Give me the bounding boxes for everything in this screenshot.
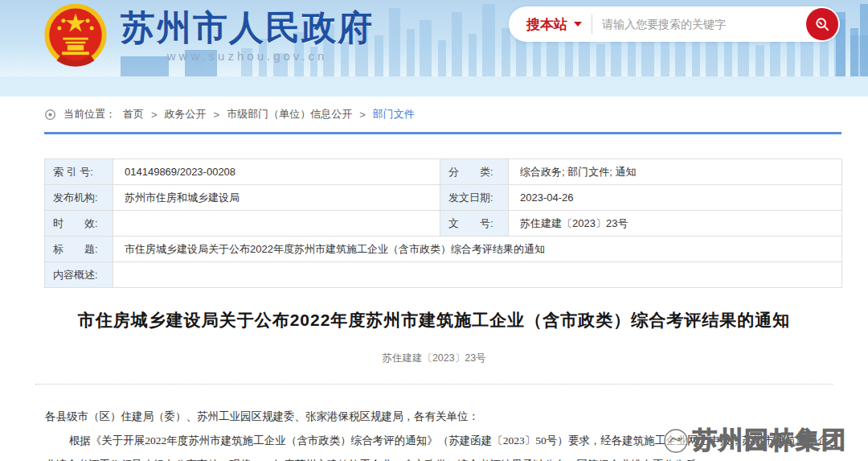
breadcrumb-item-home[interactable]: 首页 (123, 107, 144, 121)
meta-label-docno: 文 号: (440, 211, 509, 237)
search-scope-label: 搜本站 (526, 15, 567, 34)
search-input[interactable] (602, 18, 806, 31)
search-icon (814, 16, 830, 32)
meta-value-docno: 苏住建建〔2023〕23号 (509, 211, 842, 237)
breadcrumb-item-gov-info[interactable]: 政务公开 (165, 107, 207, 121)
search-scope-dropdown[interactable]: 搜本站 (509, 15, 582, 34)
breadcrumb-item-department-files[interactable]: 部门文件 (373, 107, 415, 121)
caret-down-icon (574, 22, 582, 27)
site-logo-block: 苏州市人民政府 www.suzhou.gov.cn (42, 1, 374, 70)
meta-label-title: 标 题: (45, 237, 113, 262)
meta-value-category: 综合政务; 部门文件; 通知 (509, 159, 842, 185)
search-bar: 搜本站 (509, 6, 840, 42)
meta-value-agency: 苏州市住房和城乡建设局 (113, 185, 440, 211)
site-title: 苏州市人民政府 (121, 8, 374, 47)
breadcrumb-divider (44, 132, 841, 134)
meta-value-summary (113, 262, 842, 288)
article-body: 各县级市（区）住建局（委）、苏州工业园区规建委、张家港保税区规建局，各有关单位：… (45, 405, 837, 461)
search-button[interactable] (806, 8, 838, 40)
site-title-wrap: 苏州市人民政府 www.suzhou.gov.cn (121, 1, 374, 63)
national-emblem-icon (42, 2, 109, 70)
breadcrumb-item-department-disclosure[interactable]: 市级部门（单位）信息公开 (227, 107, 352, 121)
site-url: www.suzhou.gov.cn (121, 49, 374, 63)
article-paragraph: 根据《关于开展2022年度苏州市建筑施工企业（含市政类）综合考评的通知》（苏建函… (45, 429, 837, 461)
breadcrumb: 当前位置： 首页 > 政务公开 > 市级部门（单位）信息公开 > 部门文件 (0, 97, 868, 132)
meta-value-date: 2023-04-26 (509, 185, 842, 211)
page: 苏州市人民政府 www.suzhou.gov.cn 搜本站 (0, 0, 868, 461)
site-header: 苏州市人民政府 www.suzhou.gov.cn 搜本站 (0, 0, 868, 97)
article-salutation: 各县级市（区）住建局（委）、苏州工业园区规建委、张家港保税区规建局，各有关单位： (45, 405, 837, 429)
meta-label-validity: 时 效: (45, 211, 113, 237)
article-doc-number: 苏住建建〔2023〕23号 (0, 352, 868, 365)
meta-value-index: 014149869/2023-00208 (113, 159, 440, 185)
breadcrumb-separator: > (359, 109, 366, 121)
breadcrumb-separator: > (214, 109, 220, 121)
breadcrumb-label: 当前位置： (63, 107, 116, 121)
article-divider (35, 384, 833, 385)
breadcrumb-separator: > (151, 109, 158, 121)
document-meta-table: 索 引 号: 014149869/2023-00208 分 类: 综合政务; 部… (44, 158, 841, 288)
meta-label-index: 索 引 号: (45, 159, 113, 185)
meta-value-validity (113, 211, 440, 237)
search-divider (592, 14, 592, 34)
meta-label-agency: 发布机构: (45, 185, 113, 211)
meta-label-category: 分 类: (440, 159, 509, 185)
meta-label-date: 发文日期: (440, 185, 509, 211)
meta-label-summary: 内容概述: (45, 262, 113, 288)
meta-value-title: 市住房城乡建设局关于公布2022年度苏州市建筑施工企业（含市政类）综合考评结果的… (113, 237, 842, 262)
article-title: 市住房城乡建设局关于公布2022年度苏州市建筑施工企业（含市政类）综合考评结果的… (0, 309, 868, 331)
location-icon (44, 109, 56, 121)
